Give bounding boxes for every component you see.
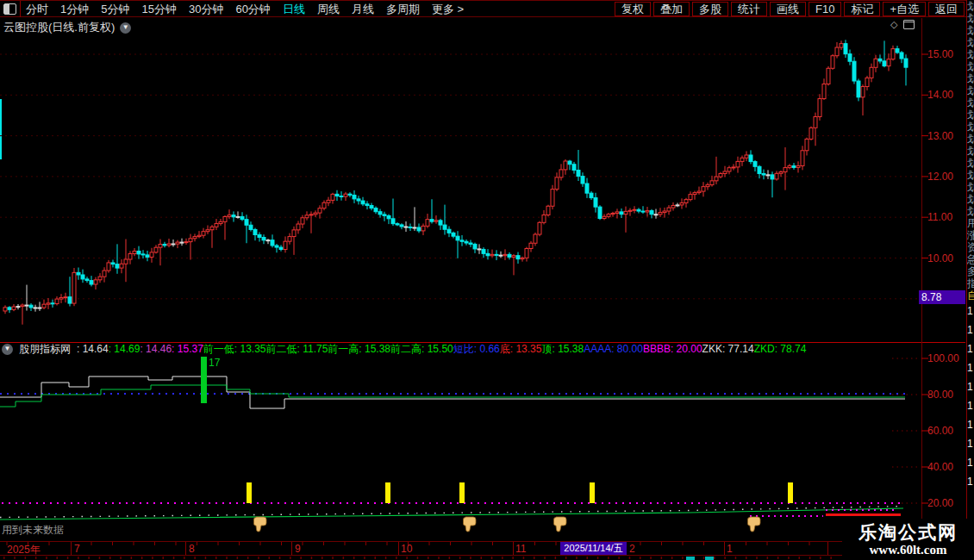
clipped-digit: 1 — [967, 358, 974, 377]
clipped-row-tick — [311, 557, 313, 559]
clipped-row-tick — [523, 557, 525, 559]
clipped-row-glyph — [686, 557, 695, 560]
clipped-row-tick — [820, 557, 821, 559]
clipped-row-tick — [735, 557, 737, 559]
clipped-row-tick — [290, 557, 291, 559]
clipped-row-tick — [184, 557, 185, 559]
yellow-signal-bar — [385, 482, 390, 503]
indicator-value-2: : 14.46 — [140, 343, 172, 355]
time-axis-label: 11 — [515, 543, 526, 555]
indicator-tick-label: 40.00 — [927, 461, 965, 473]
time-axis-label: 1 — [727, 543, 733, 555]
clipped-digit: 1 — [967, 453, 974, 472]
clipped-row-tick — [109, 557, 111, 559]
indicator-value-13: ZKK: 77.14 — [702, 343, 754, 355]
clipped-row-tick — [67, 557, 69, 559]
clipped-row-tick — [46, 557, 47, 559]
indicator-value-5: 前二低: 11.75 — [266, 343, 328, 355]
clipped-row-tick — [491, 557, 493, 559]
indicator-value-11: AAAA: 80.00 — [584, 343, 643, 355]
clipped-char: 划 — [967, 48, 974, 60]
indicator-tick-label: 60.00 — [927, 425, 965, 437]
indicator-tick-label: 80.00 — [927, 389, 965, 401]
indicator-value-0: : 14.64 — [77, 343, 109, 355]
indicator-tick-label: 20.00 — [927, 497, 965, 509]
signal-bar-label: 17 — [209, 357, 221, 369]
clipped-row-tick — [830, 557, 832, 559]
indicator-value-1: : 14.69 — [109, 343, 140, 355]
clipped-row-tick — [640, 557, 641, 559]
clipped-row-tick — [88, 557, 90, 559]
indicator-value-6: 前一高: 15.38 — [328, 343, 390, 355]
clipped-row-tick — [78, 557, 79, 559]
yellow-signal-bar — [459, 482, 465, 503]
clipped-row-tick — [428, 557, 429, 559]
clipped-row-tick — [194, 557, 196, 559]
indicator-tick-label: 100.00 — [927, 352, 965, 364]
thumb-down-icon — [748, 517, 761, 532]
clipped-row-tick — [587, 557, 589, 559]
clipped-row-tick — [809, 557, 811, 559]
price-label: 12.00 — [927, 171, 965, 183]
clipped-row-tick — [724, 557, 726, 559]
clipped-digit: 1 — [967, 472, 974, 491]
mini-white-dotted-line — [0, 507, 903, 518]
clipped-char: 划 — [967, 121, 974, 133]
clipped-row-tick — [449, 557, 451, 559]
left-edge-artifact — [0, 99, 2, 159]
clipped-char: 划 — [967, 109, 974, 121]
clipped-row-tick — [714, 557, 715, 559]
future-data-note: 用到未来数据 — [2, 523, 64, 538]
thumb-down-icon — [254, 517, 267, 532]
chart-canvas[interactable]: 17 — [0, 0, 974, 560]
clipped-digit: 1 — [967, 377, 974, 396]
clipped-row-tick — [576, 557, 578, 559]
chevron-down-icon[interactable]: ▼ — [2, 344, 13, 355]
indicator-value-9: 底: 13.35 — [500, 343, 542, 355]
clipped-digit: 1 — [967, 434, 974, 453]
time-axis-label: 2 — [629, 543, 635, 555]
clipped-row-tick — [459, 557, 461, 559]
clipped-row-tick — [332, 557, 334, 559]
clipped-char: 划 — [967, 145, 974, 157]
clipped-row-tick — [279, 557, 281, 559]
clipped-char: 划 — [967, 157, 974, 169]
clipped-row-tick — [629, 557, 631, 559]
clipped-row-tick — [343, 557, 345, 559]
clipped-row-tick — [152, 557, 153, 559]
clipped-row-tick — [163, 557, 165, 559]
clipped-row-tick — [3, 557, 5, 559]
indicator-values: : 14.64: 14.69: 14.46: 15.37前一低: 13.35前二… — [77, 343, 806, 355]
candlestick-series — [3, 40, 908, 324]
clipped-row-tick — [406, 557, 408, 559]
clipped-char: 涨 — [967, 229, 974, 241]
clipped-char: 资 — [967, 241, 974, 253]
clipped-char: 指 — [967, 277, 974, 289]
right-clipped-strip: 划划划划划划划划划划划划划划划划划划用涨资急多指自1111111111 — [966, 0, 974, 560]
time-axis-label: 10 — [401, 543, 412, 555]
clipped-char: 划 — [967, 193, 974, 205]
indicator-value-3: : 15.37 — [172, 343, 203, 355]
clipped-row-tick — [247, 557, 249, 559]
thumb-down-icon — [554, 517, 567, 532]
clipped-digit: 1 — [967, 396, 974, 415]
clipped-row-tick — [300, 557, 302, 559]
indicator-value-7: 前二高: 15.50 — [390, 343, 453, 355]
clipped-row-tick — [512, 557, 514, 559]
clipped-row-tick — [788, 557, 790, 559]
clipped-row-tick — [618, 557, 620, 559]
clipped-row-tick — [608, 557, 609, 559]
watermark: 乐淘公式网 www.60lt.com — [842, 519, 974, 560]
current-date-badge: 2025/11/14/五 — [560, 542, 627, 555]
clipped-row-tick — [555, 557, 557, 559]
clipped-row-tick — [470, 557, 471, 559]
clipped-row-tick — [120, 557, 122, 559]
price-label: 10.00 — [927, 252, 965, 264]
clipped-row-tick — [777, 557, 779, 559]
indicator-name[interactable]: 股朋指标网 — [19, 343, 71, 355]
clipped-row-tick — [661, 557, 663, 559]
clipped-digit: 1 — [967, 339, 974, 358]
red-segment — [826, 513, 901, 516]
watermark-url: www.60lt.com — [870, 543, 947, 557]
clipped-char: 划 — [967, 12, 974, 24]
